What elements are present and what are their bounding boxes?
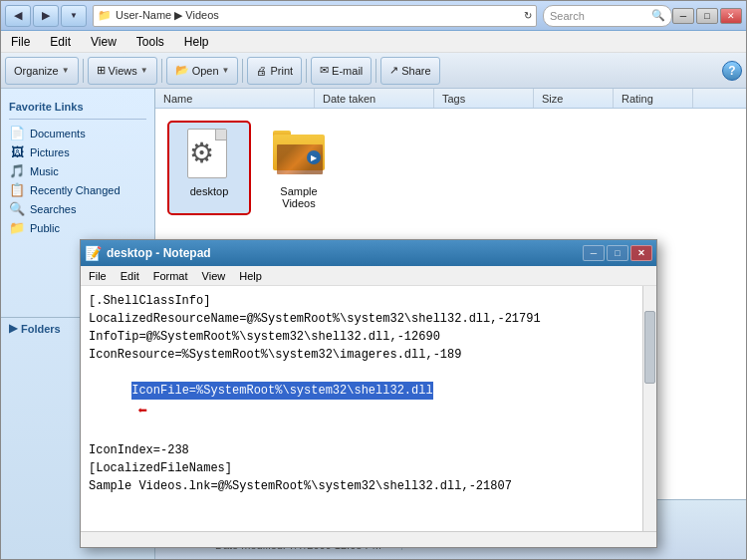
minimize-button[interactable]: ─ (672, 8, 694, 24)
file-label-sample-videos: Sample Videos (263, 185, 335, 209)
notepad-line-6: [LocalizedFileNames] (89, 459, 648, 477)
video-folder-icon: ▶ (271, 127, 327, 182)
open-button[interactable]: 📂 Open ▼ (166, 57, 239, 85)
notepad-line-5: IconIndex=-238 (89, 441, 648, 459)
notepad-close-button[interactable]: ✕ (630, 245, 652, 261)
notepad-title-bar: 📝 desktop - Notepad ─ □ ✕ (81, 240, 656, 266)
file-label-desktop: desktop (190, 185, 229, 197)
public-icon: 📁 (9, 220, 25, 235)
notepad-line-7: Sample Videos.lnk=@%SystemRoot%\system32… (89, 477, 648, 495)
sidebar-item-recently-changed[interactable]: 📋 Recently Changed (1, 180, 154, 199)
sidebar-item-pictures[interactable]: 🖼 Pictures (1, 142, 154, 161)
search-icon[interactable]: 🔍 (651, 9, 665, 22)
print-icon: 🖨 (256, 65, 267, 77)
explorer-toolbar: Organize ▼ ⊞ Views ▼ 📂 Open ▼ 🖨 Print ✉ … (1, 53, 746, 89)
refresh-button[interactable]: ↻ (524, 10, 532, 21)
sidebar-label-public: Public (30, 222, 60, 234)
notepad-icon: 📝 (85, 245, 102, 261)
print-label: Print (270, 65, 293, 77)
file-grid: ⚙ desktop ▶ (159, 113, 742, 223)
views-label: Views (109, 65, 137, 77)
np-menu-help[interactable]: Help (235, 269, 266, 283)
notepad-statusbar (81, 531, 656, 547)
notepad-line-2: InfoTip=@%SystemRoot%\system32\shell32.d… (89, 328, 648, 346)
organize-arrow: ▼ (62, 66, 70, 75)
sidebar-divider (9, 119, 146, 120)
help-button[interactable]: ? (722, 61, 742, 81)
sidebar-label-recently-changed: Recently Changed (30, 184, 121, 196)
email-icon: ✉ (320, 64, 329, 77)
sidebar-item-documents[interactable]: 📄 Documents (1, 124, 154, 142)
notepad-content[interactable]: [.ShellClassInfo] LocalizedResourceName=… (81, 286, 656, 531)
open-label: Open (192, 65, 219, 77)
desktop-file-icon: ⚙ (181, 127, 237, 182)
col-tags[interactable]: Tags (434, 89, 534, 108)
folders-label: Folders (21, 323, 61, 335)
red-arrow-icon: ⬅ (137, 400, 147, 423)
notepad-line-1: LocalizedResourceName=@%SystemRoot%\syst… (89, 310, 648, 328)
email-button[interactable]: ✉ E-mail (311, 57, 372, 85)
open-arrow: ▼ (222, 66, 230, 75)
notepad-scrollbar-thumb[interactable] (644, 311, 655, 385)
col-date-taken[interactable]: Date taken (315, 89, 434, 108)
organize-button[interactable]: Organize ▼ (5, 57, 79, 85)
file-item-desktop[interactable]: ⚙ desktop (169, 123, 249, 213)
menu-view[interactable]: View (85, 33, 123, 51)
col-rating[interactable]: Rating (614, 89, 693, 108)
back-button[interactable]: ◀ (5, 5, 31, 27)
views-arrow: ▼ (140, 66, 148, 75)
share-label: Share (401, 65, 430, 77)
address-bar[interactable]: 📁 User-Name ▶ Videos ↻ (93, 5, 537, 27)
col-name[interactable]: Name (155, 89, 315, 108)
toolbar-separator-2 (161, 59, 162, 83)
notepad-minimize-button[interactable]: ─ (583, 245, 605, 261)
menu-tools[interactable]: Tools (130, 33, 170, 51)
np-menu-view[interactable]: View (198, 269, 230, 283)
close-button[interactable]: ✕ (720, 8, 742, 24)
play-arrow-icon: ▶ (307, 150, 321, 164)
print-button[interactable]: 🖨 Print (247, 57, 302, 85)
np-menu-format[interactable]: Format (149, 269, 192, 283)
documents-icon: 📄 (9, 126, 25, 140)
notepad-window: 📝 desktop - Notepad ─ □ ✕ File Edit Form… (80, 239, 657, 548)
np-menu-edit[interactable]: Edit (117, 269, 143, 283)
share-icon: ↗ (389, 64, 398, 77)
views-icon: ⊞ (97, 64, 106, 77)
maximize-button[interactable]: □ (696, 8, 718, 24)
menu-edit[interactable]: Edit (44, 33, 77, 51)
gear-icon: ⚙ (189, 137, 214, 169)
notepad-highlighted-text: IconFile=%SystemRoot%\system32\shell32.d… (131, 382, 432, 400)
col-size[interactable]: Size (534, 89, 614, 108)
menu-file[interactable]: File (5, 33, 36, 51)
sidebar-section-title: Favorite Links (1, 97, 154, 115)
open-icon: 📂 (175, 64, 189, 77)
notepad-line-3: IconResource=%SystemRoot%\system32\image… (89, 346, 648, 364)
sidebar-label-music: Music (30, 165, 59, 177)
sidebar-item-searches[interactable]: 🔍 Searches (1, 199, 154, 218)
organize-label: Organize (14, 65, 59, 77)
search-placeholder: Search (550, 10, 585, 22)
email-label: E-mail (332, 65, 363, 77)
notepad-scrollbar[interactable] (642, 286, 656, 531)
toolbar-separator-4 (306, 59, 307, 83)
explorer-title-bar: ◀ ▶ ▼ 📁 User-Name ▶ Videos ↻ Search 🔍 ─ … (1, 1, 746, 31)
views-button[interactable]: ⊞ Views ▼ (88, 57, 157, 85)
file-item-sample-videos[interactable]: ▶ Sample Videos (259, 123, 339, 213)
sidebar-item-music[interactable]: 🎵 Music (1, 161, 154, 180)
search-bar[interactable]: Search 🔍 (543, 5, 672, 27)
share-button[interactable]: ↗ Share (380, 57, 439, 85)
column-headers: Name Date taken Tags Size Rating (155, 89, 746, 109)
sidebar-item-public[interactable]: 📁 Public (1, 218, 154, 237)
forward-button[interactable]: ▶ (33, 5, 59, 27)
notepad-maximize-button[interactable]: □ (607, 245, 628, 261)
menu-help[interactable]: Help (178, 33, 215, 51)
dropdown-button[interactable]: ▼ (61, 5, 87, 27)
title-bar-nav: ◀ ▶ ▼ 📁 User-Name ▶ Videos ↻ Search 🔍 (5, 5, 672, 27)
sidebar-label-pictures: Pictures (30, 146, 70, 158)
toolbar-separator-5 (375, 59, 376, 83)
folder-back: ▶ (273, 135, 325, 170)
explorer-window-controls: ─ □ ✕ (672, 8, 742, 24)
recently-changed-icon: 📋 (9, 182, 25, 197)
np-menu-file[interactable]: File (85, 269, 111, 283)
notepad-line-0: [.ShellClassInfo] (89, 292, 648, 310)
